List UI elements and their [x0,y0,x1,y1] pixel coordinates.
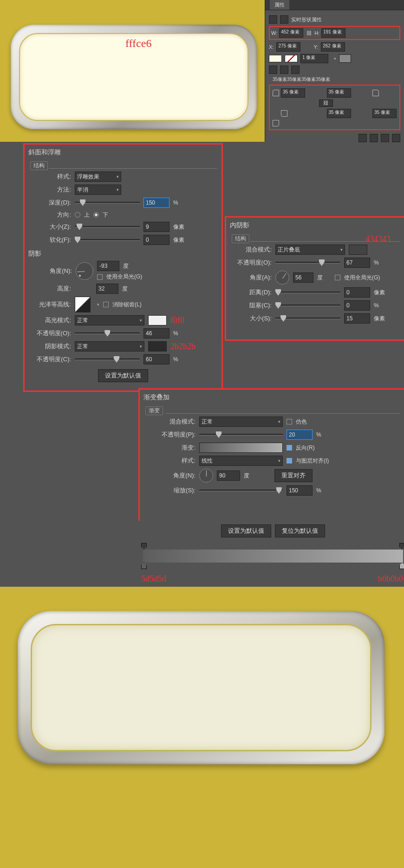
antialias-label: 消除锯齿(L) [112,301,142,309]
grad-opacity-slider[interactable] [199,434,283,436]
x-input[interactable]: 275 像素 [276,42,300,52]
grad-style-dropdown[interactable]: 线性▾ [199,456,283,466]
color-stop-right[interactable] [399,563,404,569]
y-input[interactable]: 262 像素 [321,42,345,52]
inner-choke-slider[interactable] [275,305,340,306]
gradient-picker[interactable]: ▾ [199,443,283,453]
grad-make-default-button[interactable]: 设置为默认值 [221,524,271,537]
angle-input[interactable]: -93 [97,261,119,271]
dither-checkbox[interactable] [287,419,292,424]
size-unit: 像素 [173,223,187,231]
grad-blend-dropdown[interactable]: 正常▾ [199,417,283,427]
altitude-input[interactable]: 32 [96,284,118,294]
gradient-extra-area: 设置为默认值 复位为默认值 5d5d5d b0b0b0 [138,521,404,585]
inner-opacity-slider[interactable] [275,262,340,264]
inner-global-light-checkbox[interactable] [335,275,340,280]
panel-tabbar: 属性 [265,0,404,10]
corner-link-icon[interactable]: ⛓ [319,99,333,107]
stroke-join-icon[interactable] [291,66,300,74]
angle-wheel[interactable] [76,262,93,280]
gloss-contour-picker[interactable] [75,297,91,312]
soften-input[interactable]: 0 [143,235,169,245]
inner-distance-slider[interactable] [275,292,340,293]
grad-angle-wheel[interactable] [199,469,213,483]
corner-radius-group: 35 像素 35 像素 ⛓ 35 像素 35 像素 [269,85,400,130]
stroke-align-icon[interactable] [269,66,277,74]
inner-distance-unit: 像素 [374,289,388,297]
shadow-color-swatch[interactable] [148,341,167,351]
inner-angle-wheel[interactable] [275,271,289,285]
properties-tab[interactable]: 属性 [270,0,289,10]
inner-shadow-color-swatch[interactable] [349,245,367,255]
dir-down-radio[interactable] [93,212,99,218]
highlight-opacity-label: 不透明度(O): [29,329,71,338]
depth-unit: % [173,199,187,206]
dir-up-radio[interactable] [75,212,80,218]
soften-slider[interactable] [75,239,140,241]
highlight-opacity-slider[interactable] [75,332,140,334]
fill-color-annotation: fffce6 [125,37,151,50]
shadow-opacity-slider[interactable] [75,358,140,360]
make-default-button[interactable]: 设置为默认值 [98,369,148,382]
stroke-cap-icon[interactable] [280,66,288,74]
shadow-mode-dropdown[interactable]: 正常▾ [75,341,144,351]
corner-tr-input[interactable]: 35 像素 [327,88,351,98]
intersect-icon[interactable] [381,134,389,142]
h-input[interactable]: 191 像素 [321,28,345,38]
link-wh-icon[interactable]: ⛓ [305,30,313,36]
inner-opacity-input[interactable]: 67 [344,258,370,268]
grad-scale-input[interactable]: 150 [287,485,313,496]
highlight-color-swatch[interactable] [148,315,167,325]
reverse-checkbox[interactable] [287,445,292,451]
grad-angle-unit: 度 [244,472,258,480]
exclude-icon[interactable] [392,134,400,142]
chevron-down-icon[interactable]: ▾ [334,56,336,61]
inner-blend-dropdown[interactable]: 正片叠底▾ [275,245,345,255]
depth-slider[interactable] [75,202,140,204]
corner-tl-input[interactable]: 35 像素 [281,88,305,98]
inner-opacity-unit: % [374,259,388,266]
dir-down-label: 下 [103,211,108,219]
stroke-width-input[interactable]: 1 像素 [300,54,328,63]
angle-unit: 度 [123,262,137,270]
grad-opacity-input[interactable]: 20 [287,430,313,440]
stroke-swatch[interactable] [285,55,298,62]
global-light-checkbox[interactable] [97,274,103,280]
size-slider[interactable] [75,226,140,228]
inner-size-slider[interactable] [275,318,340,319]
color-stop-left[interactable] [141,563,147,569]
combine-icon[interactable] [358,134,367,142]
grad-reset-default-button[interactable]: 复位为默认值 [275,524,325,537]
fill-swatch[interactable] [269,55,282,62]
technique-dropdown[interactable]: 半消▾ [75,185,121,195]
path-ops-row [269,134,400,142]
subtract-icon[interactable] [370,134,378,142]
global-light-label: 使用全局光(G) [106,273,142,281]
highlight-mode-dropdown[interactable]: 正常▾ [75,315,144,325]
opacity-stop-right[interactable] [399,543,404,550]
grad-angle-input[interactable]: 90 [217,470,240,481]
depth-input[interactable]: 150 [143,198,169,208]
inner-choke-label: 阻塞(C): [231,301,272,310]
antialias-checkbox[interactable] [103,302,109,307]
corner-br-input[interactable]: 35 像素 [372,109,397,118]
style-dropdown[interactable]: 浮雕效果▾ [75,172,121,182]
inner-distance-input[interactable]: 0 [344,287,370,298]
grad-scale-slider[interactable] [199,490,283,491]
shadow-opacity-input[interactable]: 60 [143,354,169,364]
inner-angle-input[interactable]: 56 [293,272,313,283]
grad-left-annotation: 5d5d5d [141,574,166,584]
size-input[interactable]: 9 [143,222,169,232]
reset-align-button[interactable]: 重置对齐 [274,469,313,482]
chevron-down-icon[interactable]: ▾ [97,302,99,307]
chevron-down-icon: ▾ [117,187,119,192]
inner-size-input[interactable]: 15 [344,313,370,324]
w-input[interactable]: 452 像素 [279,28,303,38]
highlight-opacity-input[interactable]: 46 [143,328,169,338]
opacity-stop-left[interactable] [141,543,147,550]
gradient-editor-bar[interactable] [143,550,403,563]
align-checkbox[interactable] [287,458,292,464]
stroke-style-dropdown[interactable] [339,54,351,63]
corner-bl-input[interactable]: 35 像素 [327,109,351,118]
inner-choke-input[interactable]: 0 [344,300,370,311]
